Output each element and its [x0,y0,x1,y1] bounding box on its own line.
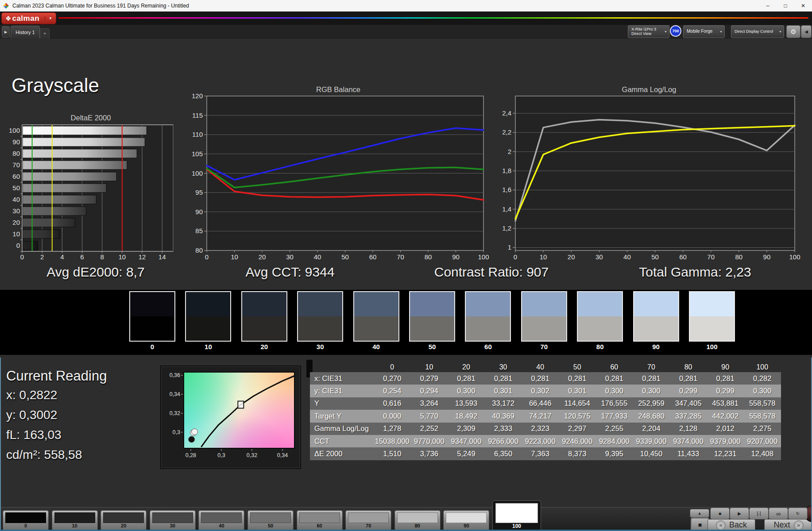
pattern-button-10[interactable]: 10 [52,510,98,531]
table-cell: 40,369 [485,410,522,422]
table-cell: 1,278 [374,423,411,435]
svg-text:90: 90 [12,138,20,146]
calman-menu-button[interactable]: ❖ calman ▼ [1,12,56,24]
next-label: Next [773,520,790,530]
swatch-strip-label: 10 [185,343,231,350]
transport-loop-button[interactable]: ∞ [769,508,788,519]
table-cell: 12,231 [707,447,744,460]
expand-tabs-button[interactable]: ▶ [2,26,10,38]
table-cell: 0,281 [522,372,559,385]
table-cell: 120,575 [559,410,596,422]
svg-text:30: 30 [286,253,294,261]
pattern-button-60[interactable]: 60 [297,510,343,531]
svg-text:100: 100 [478,253,489,261]
collapse-panel-button[interactable]: ◀ [801,25,812,38]
svg-text:80: 80 [735,253,742,261]
pattern-button-50[interactable]: 50 [247,510,294,531]
swatch-strip-label: 50 [409,343,455,350]
stat-avg-cct: Avg CCT: 9344 [204,265,376,283]
pattern-button-label: 80 [395,523,440,530]
swatch-90 [633,291,679,342]
rainbow-divider [58,17,808,19]
svg-text:60: 60 [12,173,20,180]
pattern-button-30[interactable]: 30 [150,510,196,531]
pattern-up-button[interactable]: ▲ [690,509,709,518]
add-tab-button[interactable]: + [40,28,50,38]
calman-window: Calman 2023 Calman Ultimate for Business… [0,0,812,531]
table-cell: 442,002 [707,410,744,422]
table-cell: 0,281 [485,372,522,385]
chevron-down-icon: ▼ [719,30,724,33]
close-button[interactable]: ✕ [794,0,812,12]
table-cell: 252,959 [633,397,670,410]
transport-play-button[interactable]: ▶ [730,508,749,519]
meter-dropdown[interactable]: X-Rite i1Pro 3 Direct View ▼ [628,25,669,38]
table-cell: 0,299 [670,385,707,397]
table-cell: 0,281 [559,372,596,385]
table-row-label: y: CIE31 [310,385,374,397]
table-cell: 0,294 [411,385,448,397]
pattern-button-90[interactable]: 90 [443,510,489,531]
cie-chart-panel: 0,360,340,320,30,280,30,320,34 [160,366,301,469]
table-cell: 9374,000 [670,435,707,447]
table-header-cell: 70 [633,362,670,372]
table-cell: 9207,000 [744,435,781,447]
swatch-10 [185,291,231,342]
svg-text:10: 10 [540,253,547,261]
source-dropdown[interactable]: Mobile Forge ▼ [683,25,725,38]
reading-cdm2: cd/m²: 558,58 [6,448,82,462]
table-header-cell: 30 [485,362,522,372]
transport-stop-button[interactable]: ■ [710,508,730,519]
table-cell: 177,933 [596,410,633,422]
table-cell: 0,300 [744,385,781,397]
table-cell: 11,433 [670,447,707,460]
stat-contrast-ratio: Contrast Ratio: 907 [403,265,580,283]
svg-text:0: 0 [514,253,517,261]
settings-button[interactable]: ⚙ [786,25,800,38]
swatch-70 [521,291,567,342]
maximize-button[interactable]: □ [777,0,794,12]
pattern-button-0[interactable]: 0 [3,510,49,531]
chevron-down-icon: ▼ [779,30,784,33]
svg-text:90: 90 [452,253,460,261]
pattern-swatch [495,503,538,523]
chevron-down-icon[interactable]: ▼ [45,16,56,20]
table-cell: 0,281 [633,372,670,385]
display-control-dropdown[interactable]: Direct Display Control ▼ [731,25,784,38]
swatch-100 [689,291,735,342]
pattern-window-button[interactable]: ■ [691,518,709,531]
svg-text:100: 100 [789,253,800,261]
minimize-button[interactable]: – [759,0,777,12]
page-title: Grayscale [12,74,99,96]
table-cell: 0,254 [374,385,411,397]
svg-text:10: 10 [12,230,20,238]
table-cell: 2,309 [448,423,485,435]
table-cell: 0,270 [374,372,411,385]
next-button[interactable]: Next » [764,519,812,531]
table-cell: 74,217 [522,410,559,422]
tab-history-1[interactable]: History 1 [11,26,40,38]
svg-text:115: 115 [192,112,203,119]
table-cell: 13,593 [448,397,485,410]
pattern-swatch [348,512,389,523]
svg-text:50: 50 [651,253,659,261]
pattern-button-80[interactable]: 80 [394,510,441,531]
meter-mode-badge[interactable]: 700 [670,25,681,37]
swatch-strip-label: 100 [689,343,735,350]
table-cell: 2,255 [596,423,633,435]
svg-text:2,2: 2,2 [502,128,511,136]
pattern-button-20[interactable]: 20 [101,510,147,531]
stop-icon: ■ [719,511,721,516]
svg-text:0,34: 0,34 [277,452,288,458]
pattern-button-40[interactable]: 40 [198,510,244,531]
table-cell: 453,881 [707,397,744,410]
pattern-button-70[interactable]: 70 [345,510,391,531]
back-button[interactable]: « Back [708,519,755,531]
transport-refresh-button[interactable]: ↻ [788,508,808,519]
svg-text:DeltaE 2000: DeltaE 2000 [71,114,111,122]
pattern-button-100[interactable]: 100 [492,500,541,531]
transport-single-button[interactable]: [-] [749,508,769,519]
pattern-button-label: 20 [101,523,146,530]
svg-text:1,6: 1,6 [502,186,511,193]
chevron-left-icon: ◀ [804,29,808,34]
